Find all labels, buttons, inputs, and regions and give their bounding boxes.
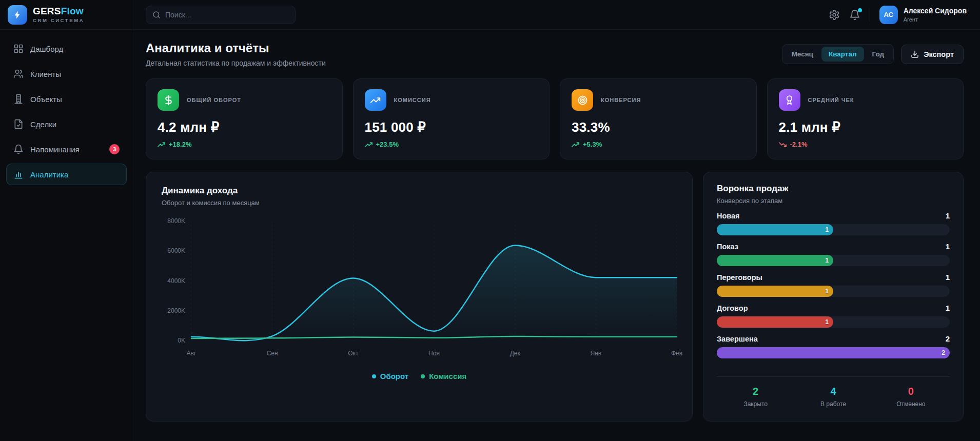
funnel-stage-new: Новая1 1 bbox=[717, 211, 950, 235]
user-role: Агент bbox=[904, 16, 967, 23]
topbar-divider bbox=[870, 8, 870, 22]
app-logo bbox=[8, 5, 27, 25]
funnel-stage-showing: Показ1 1 bbox=[717, 242, 950, 266]
search-icon bbox=[152, 11, 161, 19]
range-tabs: Месяц Квартал Год bbox=[782, 44, 894, 64]
tab-year[interactable]: Год bbox=[865, 47, 892, 62]
stat-change: +23.5% bbox=[365, 141, 538, 148]
funnel-bar: 1 bbox=[717, 255, 833, 266]
user-name: Алексей Сидоров bbox=[904, 7, 967, 15]
sidebar-item-label: Напоминания bbox=[30, 145, 80, 154]
funnel-stage-contract: Договор1 1 bbox=[717, 304, 950, 328]
topbar: АС Алексей Сидоров Агент bbox=[133, 0, 980, 30]
legend-item-commission[interactable]: Комиссия bbox=[421, 372, 466, 380]
users-icon bbox=[13, 69, 24, 79]
y-axis: 8000K 6000K 4000K 2000K 0K bbox=[162, 217, 191, 344]
sidebar-item-label: Клиенты bbox=[30, 70, 61, 78]
funnel-bar: 1 bbox=[717, 316, 833, 328]
trending-up-icon bbox=[365, 89, 386, 111]
building-icon bbox=[13, 94, 24, 104]
user-menu[interactable]: АС Алексей Сидоров Агент bbox=[879, 6, 967, 24]
chart-title: Динамика дохода bbox=[162, 186, 677, 196]
page-header: Аналитика и отчёты Детальная статистика … bbox=[146, 41, 964, 67]
trend-up-icon bbox=[572, 142, 579, 148]
main: Аналитика и отчёты Детальная статистика … bbox=[133, 30, 980, 441]
chart-subtitle: Оборот и комиссия по месяцам bbox=[162, 199, 677, 207]
sales-funnel-card: Воронка продаж Конверсия по этапам Новая… bbox=[703, 172, 964, 422]
notification-dot bbox=[858, 8, 862, 12]
sidebar-item-label: Аналитика bbox=[30, 170, 68, 179]
settings-button[interactable] bbox=[829, 9, 840, 21]
funnel-subtitle: Конверсия по этапам bbox=[717, 197, 950, 205]
funnel-bar: 1 bbox=[717, 224, 833, 235]
download-icon bbox=[911, 50, 919, 58]
app-root: GERSFlow CRM СИСТЕМА Дашборд Клиенты bbox=[0, 0, 980, 441]
stat-card-turnover: ОБЩИЙ ОБОРОТ 4.2 млн ₽ +18.2% bbox=[146, 78, 343, 159]
trend-up-icon bbox=[158, 142, 165, 148]
sidebar-item-label: Объекты bbox=[30, 95, 62, 104]
award-icon bbox=[779, 89, 800, 111]
notifications-button[interactable] bbox=[849, 9, 860, 21]
stat-change: +5.3% bbox=[572, 141, 745, 148]
stat-value: 151 000 ₽ bbox=[365, 119, 538, 135]
content: АС Алексей Сидоров Агент Аналитика и отч… bbox=[133, 0, 980, 441]
chart-legend: Оборот Комиссия bbox=[162, 372, 677, 380]
summary-cancelled: 0 Отменено bbox=[872, 386, 950, 408]
tab-quarter[interactable]: Квартал bbox=[821, 47, 864, 62]
stat-card-commission: КОМИССИЯ 151 000 ₽ +23.5% bbox=[353, 78, 550, 159]
stat-value: 33.3% bbox=[572, 119, 745, 135]
file-check-icon bbox=[13, 119, 24, 129]
revenue-plot bbox=[191, 221, 677, 340]
stat-card-conversion: КОНВЕРСИЯ 33.3% +5.3% bbox=[560, 78, 757, 159]
sidebar-item-label: Дашборд bbox=[30, 45, 63, 53]
legend-item-turnover[interactable]: Оборот bbox=[372, 372, 408, 380]
summary-closed: 2 Закрыто bbox=[717, 386, 794, 408]
grid-icon bbox=[13, 44, 24, 54]
funnel-bar: 2 bbox=[717, 347, 950, 358]
stat-label: КОМИССИЯ bbox=[394, 97, 431, 103]
legend-dot bbox=[372, 374, 376, 378]
search-box bbox=[146, 6, 296, 24]
x-axis: Авг Сен Окт Ноя Дек Янв Фев bbox=[191, 350, 677, 357]
stat-label: ОБЩИЙ ОБОРОТ bbox=[187, 97, 241, 103]
sidebar-item-analytics[interactable]: Аналитика bbox=[6, 164, 127, 185]
funnel-stage-negotiation: Переговоры1 1 bbox=[717, 273, 950, 297]
trend-up-icon bbox=[365, 142, 373, 148]
stat-change: -2.1% bbox=[779, 141, 952, 148]
search-input[interactable] bbox=[165, 11, 289, 19]
reminders-count-badge: 3 bbox=[109, 144, 120, 154]
stat-cards: ОБЩИЙ ОБОРОТ 4.2 млн ₽ +18.2% КОМИСС bbox=[146, 78, 964, 159]
sidebar-item-clients[interactable]: Клиенты bbox=[6, 63, 127, 85]
export-button[interactable]: Экспорт bbox=[901, 45, 964, 64]
funnel-stage-completed: Завершена2 2 bbox=[717, 334, 950, 358]
bar-chart-icon bbox=[13, 169, 24, 179]
dollar-icon bbox=[158, 89, 179, 111]
page-subtitle: Детальная статистика по продажам и эффек… bbox=[146, 59, 326, 67]
legend-dot bbox=[421, 374, 425, 378]
trend-down-icon bbox=[779, 142, 787, 148]
funnel-bar: 1 bbox=[717, 286, 833, 297]
brand-subtitle: CRM СИСТЕМА bbox=[33, 18, 84, 23]
revenue-chart-card: Динамика дохода Оборот и комиссия по мес… bbox=[146, 172, 693, 422]
stat-value: 2.1 млн ₽ bbox=[779, 119, 952, 135]
sidebar-item-dashboard[interactable]: Дашборд bbox=[6, 38, 127, 59]
funnel-title: Воронка продаж bbox=[717, 184, 950, 194]
page-title: Аналитика и отчёты bbox=[146, 41, 326, 55]
summary-in-progress: 4 В работе bbox=[794, 386, 872, 408]
target-icon bbox=[572, 89, 593, 111]
stat-label: КОНВЕРСИЯ bbox=[601, 97, 641, 103]
sidebar-item-deals[interactable]: Сделки bbox=[6, 113, 127, 135]
sidebar-item-objects[interactable]: Объекты bbox=[6, 88, 127, 110]
sidebar-item-reminders[interactable]: Напоминания 3 bbox=[6, 138, 127, 160]
stat-label: СРЕДНИЙ ЧЕК bbox=[808, 97, 854, 103]
tab-month[interactable]: Месяц bbox=[785, 47, 820, 62]
funnel-summary: 2 Закрыто 4 В работе 0 Отменено bbox=[717, 376, 950, 408]
brand-name: GERSFlow bbox=[33, 6, 84, 16]
sidebar: GERSFlow CRM СИСТЕМА Дашборд Клиенты bbox=[0, 0, 133, 441]
bell-icon bbox=[13, 144, 24, 154]
sidebar-nav: Дашборд Клиенты Объекты Сделки bbox=[0, 30, 133, 197]
sidebar-item-label: Сделки bbox=[30, 120, 56, 129]
avatar: АС bbox=[879, 6, 898, 24]
stat-value: 4.2 млн ₽ bbox=[158, 119, 331, 135]
lightning-icon bbox=[13, 10, 22, 19]
